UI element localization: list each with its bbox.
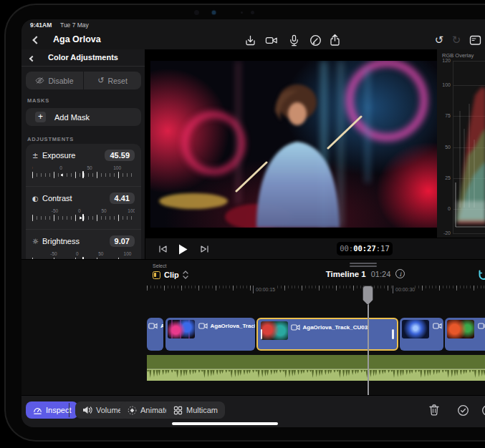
waveform-traces (453, 61, 485, 233)
home-indicator[interactable] (172, 422, 278, 425)
back-button[interactable] (30, 34, 43, 47)
exposure-icon: ± (32, 152, 42, 160)
slider-tick-label: 0 (59, 165, 62, 170)
adjustment-slider[interactable]: -50050100 (32, 165, 135, 180)
panel-title: Color Adjustments (21, 53, 145, 62)
reset-button[interactable]: ↺ Reset (84, 72, 141, 89)
slider-tick-label: 100 (128, 208, 135, 213)
timeline-clip[interactable] (445, 318, 485, 351)
audio-waveform (147, 370, 485, 380)
add-mask-label: Add Mask (54, 113, 90, 122)
timeline-clip[interactable]: AgaOrlova_Track_Wid… (165, 318, 255, 351)
slider-tick-label: 50 (98, 251, 103, 256)
adjustment-label: Exposure (42, 151, 75, 160)
video-camera-icon (148, 323, 158, 329)
adjustment-value-field[interactable]: 45.59 (105, 150, 135, 161)
clip-thumbnail (447, 320, 474, 339)
audio-clip[interactable] (147, 355, 485, 381)
timecode-seconds: 00:27 (353, 244, 376, 253)
masks-heading: MASKS (27, 97, 49, 104)
adjustment-value-field[interactable]: 9.07 (110, 235, 135, 247)
slider-tick-label: 0 (76, 251, 79, 256)
adjustment-value-field[interactable]: 4.41 (110, 193, 135, 204)
slider-strip (32, 171, 135, 178)
chevron-up-down-icon (183, 271, 188, 279)
video-preview (150, 61, 437, 228)
scope-axis-label: 0 (437, 206, 451, 211)
timeline-clip[interactable]: Ag… (147, 318, 163, 351)
timeline-clip[interactable]: AgaOrlova_Track_CU03 (256, 318, 398, 351)
more-circle-icon (481, 404, 485, 417)
slider-tick-label: 50 (101, 208, 106, 213)
timeline-drag-handle[interactable] (350, 263, 377, 268)
record-audio-button[interactable] (287, 34, 300, 47)
trash-icon (428, 404, 440, 417)
skip-to-start-button[interactable] (155, 243, 170, 255)
redo-button[interactable]: ↻ (450, 34, 463, 47)
timeline: Select Clip Timeline 1 01:24 i 00:00:150… (21, 259, 485, 395)
timecode-display[interactable]: 00:00:27:17 (337, 242, 393, 255)
slider-strip (32, 214, 135, 221)
trim-handle[interactable] (261, 329, 263, 339)
record-video-button[interactable] (265, 34, 278, 47)
media-browser-button[interactable] (469, 34, 481, 47)
slider-tick-label: 100 (124, 251, 132, 256)
clip-label: AgaOrlova_Track_Wid… (211, 323, 255, 329)
import-button[interactable] (244, 34, 256, 47)
adjustment-label: Brightness (42, 237, 80, 245)
timeline-ruler[interactable]: 00:00:1500:00:30 (147, 286, 485, 294)
overflow-button[interactable] (480, 402, 485, 418)
panel-header: Color Adjustments (21, 49, 145, 67)
adjustment-header: ◐ Contrast 4.41 (32, 193, 135, 204)
play-icon (178, 244, 188, 255)
multicam-button[interactable]: Multicam (166, 401, 225, 419)
scope-plot-area (453, 61, 485, 233)
speaker-icon (82, 406, 92, 414)
undo-button[interactable]: ↺ (433, 34, 446, 47)
skip-back-icon (158, 245, 168, 253)
adjustment-label: Contrast (42, 194, 72, 203)
info-button[interactable]: i (395, 269, 405, 278)
slider-tick-label: 0 (78, 208, 81, 213)
pencil-tool-button[interactable] (309, 34, 322, 47)
scope-grid-line (453, 233, 485, 234)
status-time: 9:41AM (30, 21, 52, 29)
play-button[interactable] (176, 243, 190, 255)
slider-indicator[interactable] (82, 214, 84, 221)
snapping-toggle-icon[interactable] (478, 270, 485, 281)
select-label: Select (153, 263, 166, 268)
video-camera-icon (433, 323, 442, 329)
share-button[interactable] (329, 34, 342, 47)
clip-mode-selector[interactable]: Clip (153, 271, 188, 279)
slider-tick-labels: -50050100 (32, 208, 135, 214)
slider-tick-label: -50 (52, 208, 58, 213)
multicam-grid-icon (173, 406, 183, 415)
status-bar: 9:41AM Tue 7 May (21, 19, 485, 31)
clip-meta: AgaOrlova_Track_Wid… (198, 323, 255, 329)
clip-label: AgaOrlova_Track_CU03 (303, 324, 368, 331)
inspect-button[interactable]: Inspect (26, 401, 78, 419)
ruler-timecode-label: 00:00:30 (393, 286, 415, 293)
clip-thumbnail (402, 320, 429, 339)
adjustment-slider[interactable]: -50050100 (32, 208, 135, 223)
delete-button[interactable] (427, 402, 441, 418)
toolbar-divider (69, 403, 69, 417)
multicam-label: Multicam (186, 406, 218, 414)
timeline-clip[interactable]: A… (400, 318, 443, 351)
playhead-handle[interactable] (362, 286, 373, 305)
add-mask-button[interactable]: + Add Mask (26, 108, 141, 126)
confirm-button[interactable] (456, 402, 470, 418)
video-frame-art (150, 61, 437, 228)
skip-to-end-button[interactable] (197, 243, 211, 255)
clip-thumbnail (261, 321, 288, 340)
slider-tick-labels: -50050100 (32, 165, 135, 171)
trim-handle[interactable] (392, 329, 394, 339)
brightness-icon: ☼ (32, 238, 42, 245)
clip-meta (478, 323, 485, 329)
timeline-title-row: Timeline 1 01:24 i (301, 269, 430, 278)
video-camera-icon (198, 323, 208, 329)
slider-indicator[interactable] (82, 171, 84, 178)
scope-axis-label: -20 (437, 230, 451, 235)
microphone-icon (288, 34, 300, 47)
disable-button[interactable]: Disable (26, 72, 84, 89)
